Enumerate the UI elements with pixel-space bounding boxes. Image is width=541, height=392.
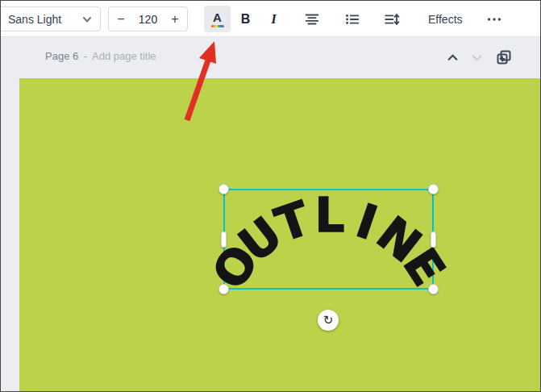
rotate-icon: ↻: [323, 313, 334, 327]
font-size-value[interactable]: 120: [133, 7, 163, 31]
resize-handle-top-left[interactable]: [218, 184, 229, 194]
text-color-button[interactable]: A: [204, 6, 231, 32]
app-window: Sans Light − 120 + A B I: [0, 0, 541, 392]
curved-text[interactable]: OUTLINE: [225, 190, 432, 288]
page-title-placeholder[interactable]: Add page title: [92, 50, 156, 62]
align-center-icon: [303, 10, 321, 28]
more-options-button[interactable]: [481, 6, 508, 32]
bold-button[interactable]: B: [232, 6, 259, 32]
rainbow-underline-icon: [211, 25, 224, 27]
resize-handle-right[interactable]: [431, 231, 436, 248]
bullet-list-button[interactable]: [338, 6, 367, 32]
effects-button[interactable]: Effects: [417, 6, 474, 32]
line-spacing-icon: [383, 10, 401, 28]
text-toolbar: Sans Light − 120 + A B I: [1, 1, 540, 37]
font-family-value: Sans Light: [8, 13, 61, 26]
page-title-separator: -: [84, 50, 87, 62]
rotate-handle[interactable]: ↻: [318, 310, 339, 331]
page-number-label: Page 6: [45, 50, 78, 62]
font-size-increase-button[interactable]: +: [163, 7, 187, 31]
duplicate-page-icon: [496, 49, 512, 65]
font-family-select[interactable]: Sans Light: [0, 6, 101, 31]
line-spacing-button[interactable]: [377, 6, 407, 32]
page-title: Page 6 - Add page title: [45, 50, 156, 62]
resize-handle-bottom-left[interactable]: [218, 284, 229, 294]
ellipsis-icon: [485, 10, 503, 28]
page-header: Page 6 - Add page title: [1, 37, 540, 78]
bullet-list-icon: [343, 10, 361, 28]
text-color-label: A: [213, 11, 222, 23]
move-page-up-button[interactable]: [443, 48, 462, 67]
selection-box[interactable]: OUTLINE: [223, 189, 434, 290]
resize-handle-left[interactable]: [221, 231, 227, 248]
font-size-control: − 120 +: [108, 6, 188, 31]
chevron-up-icon: [447, 52, 459, 64]
resize-handle-top-right[interactable]: [428, 184, 439, 194]
font-size-decrease-button[interactable]: −: [109, 7, 133, 31]
move-page-down-button[interactable]: [467, 48, 486, 67]
chevron-down-icon: [471, 52, 483, 64]
align-center-button[interactable]: [298, 6, 327, 32]
duplicate-page-button[interactable]: [494, 48, 514, 67]
chevron-down-icon: [82, 15, 92, 24]
resize-handle-bottom-right[interactable]: [428, 284, 439, 294]
italic-button[interactable]: I: [260, 6, 287, 32]
